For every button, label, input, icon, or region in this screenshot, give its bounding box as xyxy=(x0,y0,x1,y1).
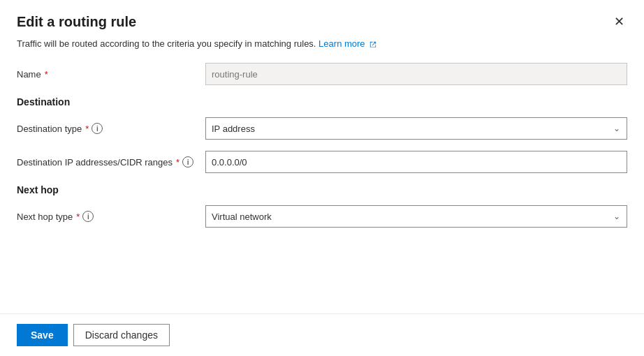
name-input[interactable] xyxy=(205,63,627,85)
destination-type-row: Destination type * i IP address Virtual … xyxy=(17,117,627,140)
destination-type-label: Destination type * i xyxy=(17,123,205,134)
info-text: Traffic will be routed according to the … xyxy=(17,38,627,49)
next-hop-section-heading: Next hop xyxy=(17,184,627,195)
destination-ip-label: Destination IP addresses/CIDR ranges * i xyxy=(17,156,205,168)
destination-ip-info-icon[interactable]: i xyxy=(182,156,193,168)
destination-section-heading: Destination xyxy=(17,96,627,107)
destination-ip-input[interactable] xyxy=(205,151,627,173)
close-button[interactable]: ✕ xyxy=(611,14,627,29)
next-hop-type-required: * xyxy=(76,212,80,222)
name-field-container xyxy=(205,63,627,85)
destination-type-select[interactable]: IP address Virtual network Internet None xyxy=(205,117,627,140)
learn-more-link[interactable]: Learn more xyxy=(319,38,376,49)
dialog-footer: Save Discard changes xyxy=(0,313,644,356)
destination-ip-required: * xyxy=(176,157,180,168)
edit-routing-rule-dialog: Edit a routing rule ✕ Traffic will be ro… xyxy=(0,0,644,356)
name-row: Name * xyxy=(17,63,627,85)
discard-changes-button[interactable]: Discard changes xyxy=(73,324,170,346)
next-hop-type-label: Next hop type * i xyxy=(17,211,205,222)
next-hop-type-info-icon[interactable]: i xyxy=(82,211,94,222)
next-hop-type-row: Next hop type * i Virtual network VNet p… xyxy=(17,205,627,228)
destination-type-info-icon[interactable]: i xyxy=(92,123,103,134)
dialog-title: Edit a routing rule xyxy=(17,14,136,30)
destination-ip-row: Destination IP addresses/CIDR ranges * i xyxy=(17,151,627,173)
save-button[interactable]: Save xyxy=(17,324,68,346)
name-label: Name * xyxy=(17,69,205,80)
destination-type-field-container: IP address Virtual network Internet None… xyxy=(205,117,627,140)
dialog-body: Traffic will be routed according to the … xyxy=(0,38,644,313)
name-required: * xyxy=(45,69,48,80)
next-hop-type-field-container: Virtual network VNet peering Internet Vi… xyxy=(205,205,627,228)
external-link-icon xyxy=(369,41,376,48)
destination-type-required: * xyxy=(85,124,89,134)
destination-ip-field-container xyxy=(205,151,627,173)
dialog-header: Edit a routing rule ✕ xyxy=(0,0,644,38)
next-hop-type-select[interactable]: Virtual network VNet peering Internet Vi… xyxy=(205,205,627,228)
